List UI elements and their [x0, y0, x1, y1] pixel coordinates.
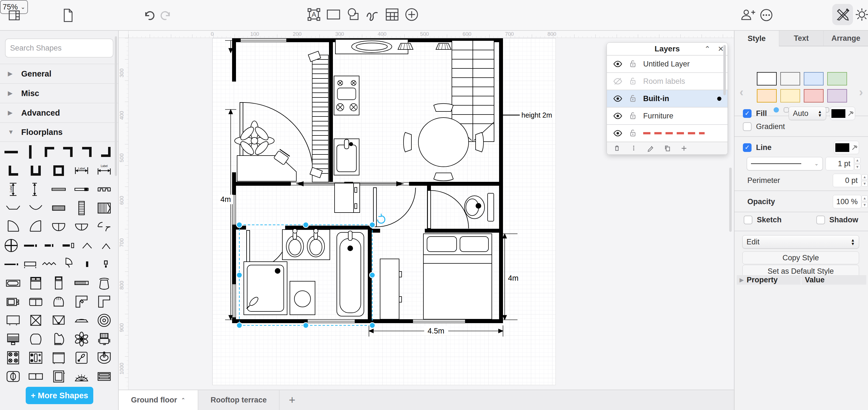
line-color-button[interactable]	[834, 141, 859, 154]
fill-checkbox[interactable]: ✓	[743, 109, 751, 118]
eye-icon[interactable]	[613, 59, 622, 69]
add-layer-icon[interactable]	[680, 144, 688, 153]
wc-room[interactable]	[464, 193, 494, 221]
shape-wall-vertical[interactable]	[21, 143, 40, 161]
shape-roof-chevron-2[interactable]	[97, 236, 116, 255]
line-width-input[interactable]: 1 pt	[826, 157, 854, 170]
shape-column-round[interactable]	[2, 236, 21, 255]
shape-bench[interactable]	[21, 255, 40, 274]
shape-table-crossed[interactable]	[25, 311, 48, 329]
fill-color-button[interactable]	[830, 107, 855, 120]
shape-door-double-out[interactable]	[70, 217, 93, 236]
table-tool[interactable]	[384, 7, 400, 22]
layer-row-built-in[interactable]: Built-in	[607, 90, 727, 107]
shape-window-blind[interactable]	[70, 274, 93, 292]
palette-prev-icon[interactable]: ‹	[740, 86, 743, 99]
shape-cabinet[interactable]	[47, 367, 70, 385]
shape-sink-oval[interactable]	[93, 348, 116, 367]
page-tab-rooftop-terrace[interactable]: Rooftop terrace	[198, 390, 280, 410]
shape-dimension-label-top[interactable]: Label	[93, 161, 116, 180]
insert-tool[interactable]	[404, 7, 420, 22]
shape-wall-corner-sw[interactable]	[2, 161, 25, 180]
shape-ceiling-fan[interactable]	[93, 311, 116, 329]
perimeter-stepper[interactable]: ▲▼	[861, 174, 868, 187]
shape-stairs-turn[interactable]	[93, 198, 116, 217]
stairs-kitchen[interactable]	[308, 51, 329, 182]
corner-desk[interactable]	[237, 149, 296, 181]
search-shapes-box[interactable]	[5, 38, 114, 58]
share-icon[interactable]	[740, 8, 756, 22]
shape-stove-4-burner[interactable]	[2, 348, 25, 367]
eye-icon[interactable]	[613, 94, 622, 103]
edit-layer-icon[interactable]	[647, 144, 655, 153]
opacity-input[interactable]: 100 %	[833, 195, 861, 208]
panel-toggle-icon[interactable]	[7, 8, 21, 22]
shape-roof-chevron[interactable]	[78, 236, 97, 255]
shape-wall-curve[interactable]	[2, 198, 25, 217]
delete-layer-icon[interactable]	[613, 144, 621, 153]
shape-wall-horizontal[interactable]	[2, 143, 21, 161]
shape-wall-hatched[interactable]	[47, 198, 70, 217]
kitchen[interactable]	[334, 39, 408, 213]
shape-flat-tv[interactable]	[2, 311, 25, 329]
shape-door-double-in[interactable]	[47, 217, 70, 236]
lock-icon[interactable]	[628, 111, 638, 121]
shadow-checkbox[interactable]	[816, 216, 825, 224]
shape-table-low[interactable]	[70, 311, 93, 329]
shape-wall-piece[interactable]	[40, 236, 59, 255]
palette-next-icon[interactable]: ›	[859, 86, 863, 99]
value-column-header[interactable]: Value	[802, 275, 866, 285]
layers-dialog[interactable]: Layers ⌃ ✕ Untitled Layer Room labels Bu…	[607, 42, 728, 155]
edit-style-select[interactable]: Edit ▲▼	[742, 235, 859, 249]
lock-icon[interactable]	[628, 94, 638, 103]
canvas-scrollbar[interactable]	[729, 167, 732, 232]
page-icon[interactable]	[61, 7, 75, 24]
shape-sink-vanity[interactable]	[2, 367, 25, 385]
shape-stairs-straight[interactable]	[70, 198, 93, 217]
style-swatch[interactable]	[827, 89, 847, 102]
sidebar-section-advanced[interactable]: ▶Advanced	[0, 103, 118, 122]
layer-row[interactable]	[607, 125, 727, 142]
eye-icon[interactable]	[613, 111, 622, 121]
floorplan-svg[interactable]: 4m 4m 4.5m height 2m	[213, 38, 556, 385]
shape-wall-u[interactable]	[25, 161, 48, 180]
dimension-bottom[interactable]: 4.5m	[369, 325, 503, 337]
shape-door-bifold[interactable]	[93, 217, 116, 236]
shape-zigzag-wall[interactable]	[40, 255, 59, 274]
shape-wall-arc[interactable]	[25, 198, 48, 217]
style-swatch[interactable]	[757, 89, 777, 102]
style-swatch[interactable]	[804, 72, 824, 86]
shape-l-counter[interactable]	[93, 292, 116, 311]
rotate-handle-icon[interactable]	[378, 214, 385, 223]
sidebar-section-general[interactable]: ▶General	[0, 64, 118, 83]
tab-text[interactable]: Text	[779, 31, 824, 46]
undo-icon[interactable]	[142, 8, 156, 22]
lock-icon[interactable]	[628, 76, 638, 86]
drawing-page[interactable]: 4m 4m 4.5m height 2m	[212, 38, 556, 385]
sketch-tool-icon[interactable]	[832, 4, 853, 25]
shape-grand-piano[interactable]	[47, 329, 70, 348]
tab-arrange[interactable]: Arrange	[823, 31, 868, 46]
more-shapes-button[interactable]: + More Shapes	[26, 387, 93, 404]
shape-washing-machine[interactable]	[47, 348, 70, 367]
page-tab-ground-floor[interactable]: Ground floor⌃	[119, 390, 198, 410]
freehand-tool[interactable]	[365, 8, 380, 22]
line-width-stepper[interactable]: ▲▼	[854, 157, 861, 170]
search-input[interactable]	[10, 44, 109, 53]
shape-corner-counter[interactable]	[70, 292, 93, 311]
shape-wall-corner-ne-2[interactable]	[78, 143, 97, 161]
shape-wall-stub-2[interactable]	[97, 255, 116, 274]
move-layer-icon[interactable]	[630, 144, 638, 153]
shape-room[interactable]	[47, 161, 70, 180]
layer-row-untitled-layer[interactable]: Untitled Layer	[607, 56, 727, 73]
shape-sofa[interactable]	[25, 292, 48, 311]
shape-office-chair[interactable]	[93, 329, 116, 348]
shape-plant[interactable]	[70, 329, 93, 348]
property-column-header[interactable]: ▶ Property	[737, 275, 801, 285]
style-swatch[interactable]	[827, 72, 847, 86]
line-style-select[interactable]: ⌄	[747, 157, 823, 170]
shape-dimension-vertical-2[interactable]	[25, 180, 48, 198]
sidebar-section-misc[interactable]: ▶Misc	[0, 83, 118, 103]
lock-icon[interactable]	[628, 59, 638, 69]
shape-wall-segment[interactable]	[21, 236, 40, 255]
